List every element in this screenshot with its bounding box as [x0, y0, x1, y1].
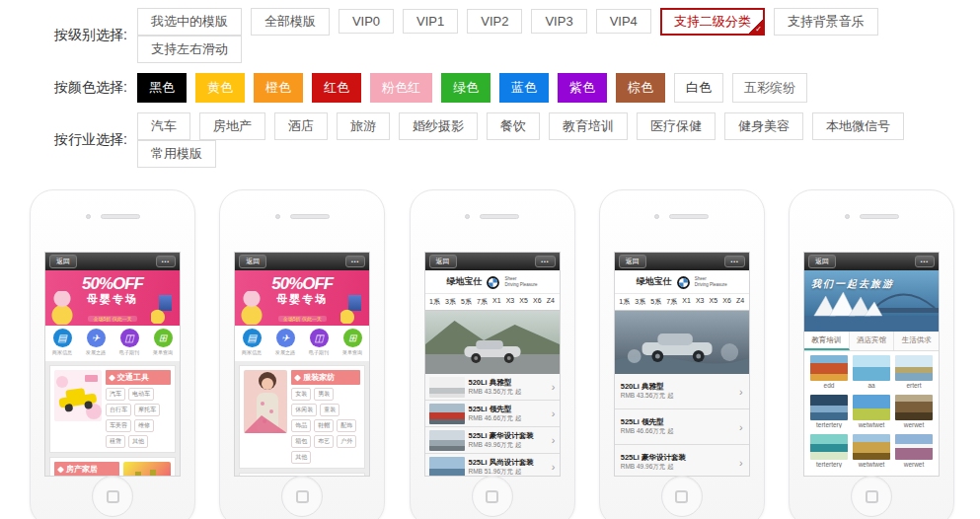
category-button[interactable]: 箱包: [291, 435, 311, 448]
car-series-link[interactable]: X6: [533, 297, 542, 307]
industry-filter-button[interactable]: 教育培训: [549, 112, 628, 140]
gallery-item[interactable]: werwet: [895, 395, 933, 432]
industry-filter-button[interactable]: 房地产: [199, 112, 265, 140]
category-button[interactable]: 摩托车: [134, 404, 160, 416]
category-button[interactable]: 租赁: [106, 435, 125, 448]
back-button[interactable]: 返回: [619, 255, 646, 268]
category-button[interactable]: 汽车: [106, 388, 125, 401]
color-filter-button[interactable]: 黄色: [195, 73, 245, 103]
nav-icon-item[interactable]: ✈ 发展之路: [79, 329, 113, 357]
category-button[interactable]: 户外: [337, 435, 356, 448]
car-series-link[interactable]: 5系: [461, 297, 472, 307]
car-list-item[interactable]: 525Li 领先型 RMB 46.66万元 起 ›: [425, 401, 560, 427]
car-list-item[interactable]: 520Li 典雅型 RMB 43.56万元 起 ›: [615, 374, 749, 409]
promo-banner[interactable]: 50%OFF 母婴专场 全场5折 仅此一天: [45, 270, 180, 326]
industry-filter-button[interactable]: 健身美容: [724, 112, 803, 140]
home-button[interactable]: [851, 476, 892, 517]
color-filter-button[interactable]: 橙色: [254, 73, 303, 103]
home-button[interactable]: [661, 476, 703, 517]
category-button[interactable]: 自行车: [106, 404, 131, 416]
level-filter-button[interactable]: 支持二级分类: [660, 8, 765, 36]
home-button[interactable]: [281, 476, 323, 517]
car-list-item[interactable]: 525Li 豪华设计套装 RMB 49.96万元 起 ›: [425, 427, 560, 454]
gallery-item[interactable]: aa: [853, 355, 890, 393]
car-series-link[interactable]: 1系: [619, 297, 630, 307]
car-series-link[interactable]: X3: [696, 297, 705, 307]
color-filter-button[interactable]: 白色: [674, 73, 723, 103]
color-filter-button[interactable]: 粉色红: [370, 73, 432, 103]
car-list-item[interactable]: 520Li 典雅型 RMB 43.56万元 起 ›: [425, 374, 560, 401]
level-filter-button[interactable]: 全部模版: [251, 8, 330, 36]
travel-tab[interactable]: 酒店宾馆: [850, 332, 895, 350]
industry-filter-button[interactable]: 常用模版: [137, 140, 216, 168]
gallery-item[interactable]: edd: [810, 355, 848, 393]
travel-hero-image[interactable]: 我们一起去旅游: [804, 270, 939, 332]
travel-tab[interactable]: 生活供求: [894, 332, 939, 350]
color-filter-button[interactable]: 紫色: [558, 73, 607, 103]
menu-dots-button[interactable]: •••: [535, 256, 555, 267]
car-series-link[interactable]: X6: [722, 297, 731, 307]
car-list-item[interactable]: 525Li 领先型 RMB 46.66万元 起 ›: [615, 409, 749, 445]
category-button[interactable]: 维修: [134, 419, 154, 432]
category-button[interactable]: 休闲装: [291, 404, 317, 416]
category-button[interactable]: 其他: [128, 435, 148, 448]
color-filter-button[interactable]: 红色: [312, 73, 361, 103]
car-series-link[interactable]: 7系: [666, 297, 677, 307]
gallery-item[interactable]: tertertery: [810, 395, 848, 432]
industry-filter-button[interactable]: 医疗保健: [637, 112, 716, 140]
category-button[interactable]: 配饰: [337, 419, 356, 432]
back-button[interactable]: 返回: [429, 255, 457, 268]
color-filter-button[interactable]: 五彩缤纷: [732, 73, 807, 103]
level-filter-button[interactable]: VIP3: [531, 9, 586, 34]
menu-dots-button[interactable]: •••: [345, 256, 365, 267]
nav-icon-item[interactable]: ✈ 发展之路: [268, 329, 302, 357]
car-series-link[interactable]: X3: [506, 297, 515, 307]
gallery-item[interactable]: wetwtwet: [853, 434, 890, 472]
nav-icon-item[interactable]: ◫ 电子期刊: [113, 329, 146, 357]
category-button[interactable]: 女装: [291, 388, 311, 401]
level-filter-button[interactable]: VIP4: [596, 9, 651, 34]
industry-filter-button[interactable]: 酒店: [274, 112, 328, 140]
level-filter-button[interactable]: 支持左右滑动: [137, 36, 242, 63]
industry-filter-button[interactable]: 婚纱摄影: [399, 112, 478, 140]
nav-icon-item[interactable]: ▤ 商家信息: [235, 329, 268, 357]
industry-filter-button[interactable]: 餐饮: [487, 112, 540, 140]
category-button[interactable]: 男装: [314, 388, 334, 401]
gallery-item[interactable]: wetwtwet: [853, 395, 890, 432]
promo-banner[interactable]: 50%OFF 母婴专场 全场5折 仅此一天: [235, 270, 369, 326]
nav-icon-item[interactable]: ⊞ 菜单查询: [336, 329, 369, 357]
car-series-link[interactable]: 3系: [635, 297, 645, 307]
hero-roadster-image[interactable]: [425, 311, 560, 374]
menu-dots-button[interactable]: •••: [156, 256, 176, 267]
car-series-link[interactable]: Z4: [547, 297, 555, 307]
category-button[interactable]: 童装: [320, 404, 339, 416]
car-list-item[interactable]: 525Li 豪华设计套装 RMB 49.96万元 起 ›: [615, 445, 749, 477]
nav-icon-item[interactable]: ◫ 电子期刊: [302, 329, 336, 357]
car-series-link[interactable]: X1: [492, 297, 501, 307]
category-button[interactable]: 其他: [291, 451, 311, 464]
back-button[interactable]: 返回: [239, 255, 266, 268]
color-filter-button[interactable]: 黑色: [137, 73, 187, 103]
color-filter-button[interactable]: 绿色: [441, 73, 490, 103]
car-series-link[interactable]: X1: [682, 297, 691, 307]
menu-dots-button[interactable]: •••: [724, 256, 744, 267]
back-button[interactable]: 返回: [808, 255, 836, 268]
car-series-link[interactable]: X5: [710, 297, 718, 307]
car-list-item[interactable]: 525Li 风尚设计套装 RMB 51.96万元 起 ›: [425, 454, 560, 477]
category-button[interactable]: 车美容: [106, 419, 131, 432]
car-series-link[interactable]: 1系: [429, 297, 440, 307]
industry-filter-button[interactable]: 汽车: [137, 112, 190, 140]
back-button[interactable]: 返回: [49, 255, 77, 268]
color-filter-button[interactable]: 棕色: [616, 73, 665, 103]
gallery-item[interactable]: werwet: [895, 434, 933, 472]
industry-filter-button[interactable]: 旅游: [337, 112, 390, 140]
gallery-item[interactable]: ertert: [895, 355, 933, 393]
car-series-link[interactable]: 3系: [445, 297, 456, 307]
car-series-link[interactable]: 7系: [477, 297, 488, 307]
menu-dots-button[interactable]: •••: [915, 256, 935, 267]
category-button[interactable]: 鞋帽: [314, 419, 334, 432]
level-filter-button[interactable]: VIP0: [339, 9, 394, 34]
gallery-item[interactable]: tertertery: [810, 434, 848, 472]
car-series-link[interactable]: X5: [519, 297, 528, 307]
category-button[interactable]: 饰品: [291, 419, 311, 432]
